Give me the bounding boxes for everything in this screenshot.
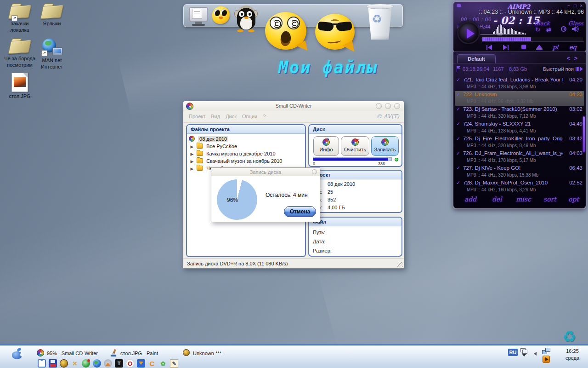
globe-launch-icon[interactable] xyxy=(93,359,101,368)
skin-name-black[interactable]: Black xyxy=(534,20,550,27)
add-button[interactable]: add xyxy=(464,196,476,203)
opera-launch-icon[interactable]: O xyxy=(126,359,134,368)
track-row[interactable]: ✓ 724. Shumskiy - SEXXXY 21 04:49 MP3 ::… xyxy=(455,121,584,135)
track-row-current[interactable]: ✓ 722. Unknown 04:23 MP3 :: 44 kHz, 96 k… xyxy=(455,91,584,106)
equalizer-toggle-button[interactable]: eq xyxy=(569,44,577,51)
player-tray-icon[interactable] xyxy=(543,356,550,363)
tab-scroll-arrows[interactable]: <> xyxy=(567,55,581,62)
check-icon[interactable]: ✓ xyxy=(456,136,460,142)
tree-folder[interactable]: ▶ Все РуСсКое xyxy=(189,143,303,150)
playlist-tab-default[interactable]: Default xyxy=(457,54,496,63)
pictures-launch-icon[interactable] xyxy=(104,359,112,368)
menu-project[interactable]: Проект xyxy=(189,114,205,119)
burner-launch-icon[interactable] xyxy=(82,359,90,368)
save-launch-icon[interactable] xyxy=(49,359,57,368)
tree-folder[interactable]: ▶ Качка музона в декабре 2010 xyxy=(189,150,303,157)
desktop-icon-mannet[interactable]: ↗ MAN net Интернет xyxy=(32,39,72,70)
play-button[interactable] xyxy=(457,21,480,44)
track-row[interactable]: ✓ 723. Dj Sartao - Track10(Summer 2010) … xyxy=(455,106,584,121)
aimp-launch-icon[interactable] xyxy=(60,359,68,368)
cancel-button[interactable]: Отмена xyxy=(284,206,316,217)
minimize-button[interactable] xyxy=(376,103,382,109)
recycle-bin-dock-icon[interactable]: ♻ xyxy=(365,4,395,40)
cdwriter-titlebar[interactable]: Small CD-Writer xyxy=(183,101,404,111)
misc-button[interactable]: misc xyxy=(516,196,531,203)
expand-arrow-icon[interactable]: ▶ xyxy=(189,165,195,172)
check-icon[interactable]: ✓ xyxy=(456,106,460,112)
aimp-minimize-button[interactable]: − xyxy=(567,3,570,8)
start-button[interactable] xyxy=(11,348,23,359)
expand-arrow-icon[interactable]: ▶ xyxy=(189,143,195,150)
icq-launch-icon[interactable]: ✿ xyxy=(159,359,167,368)
volume-knob[interactable] xyxy=(497,33,503,35)
erase-button[interactable]: ✕ Очистить xyxy=(341,136,369,156)
tree-folder[interactable]: ▶ Скачаный музон за ноябрь 2010 xyxy=(189,157,303,165)
check-icon[interactable]: ✓ xyxy=(456,77,460,83)
check-icon[interactable]: ✓ xyxy=(456,180,460,186)
tray-collapse-arrow-icon[interactable] xyxy=(532,352,537,356)
eject-button[interactable] xyxy=(536,45,543,50)
menu-disc[interactable]: Диск xyxy=(226,114,237,119)
track-row[interactable]: ✓ 725. Dj_Fire_ElectroKiller_Iron_party_… xyxy=(455,135,584,150)
aimp-close-button[interactable]: × xyxy=(580,3,582,8)
opt-button[interactable]: opt xyxy=(568,196,579,203)
speaker-icon[interactable] xyxy=(572,26,579,34)
prev-button[interactable] xyxy=(486,45,492,50)
clock[interactable]: 16:25 среда xyxy=(560,348,585,361)
taskbar-item-aimp[interactable]: Unknown *** - xyxy=(183,349,238,359)
clipboard-launch-icon[interactable] xyxy=(38,359,46,368)
taskbar-item-paint[interactable]: стол.JPG - Paint xyxy=(110,349,175,359)
tree-root[interactable]: 08 дек 2010 xyxy=(189,135,303,143)
stop-button[interactable] xyxy=(521,45,526,49)
del-button[interactable]: del xyxy=(492,196,502,203)
thebat-launch-icon[interactable]: T xyxy=(115,359,123,368)
playlist-scrollbar[interactable] xyxy=(583,116,585,152)
maximize-button[interactable] xyxy=(385,103,391,109)
check-icon[interactable]: ✓ xyxy=(456,165,460,171)
status-led xyxy=(395,158,398,161)
dizzy-smiley-icon[interactable] xyxy=(265,12,306,50)
penguin-headphones-icon[interactable] xyxy=(234,6,258,31)
expand-arrow-icon[interactable]: ▶ xyxy=(189,150,195,158)
repeat-icon[interactable]: ↻ xyxy=(535,26,540,33)
desktop-icon-yarlyki[interactable]: Ярлыки xyxy=(32,4,72,27)
cool-smiley-icon[interactable] xyxy=(315,14,355,50)
check-icon[interactable]: ✓ xyxy=(456,92,460,98)
language-indicator[interactable]: RU xyxy=(508,349,518,356)
expand-arrow-icon[interactable]: ▶ xyxy=(189,158,195,165)
quick-search-icon[interactable] xyxy=(576,67,583,71)
crescent-launch-icon[interactable]: C xyxy=(148,359,156,368)
downloader-launch-icon[interactable] xyxy=(137,359,145,368)
seek-bar[interactable] xyxy=(482,37,584,41)
dialog-close-button[interactable] xyxy=(312,169,317,174)
computer-icon[interactable] xyxy=(189,7,209,26)
playlist-toggle-button[interactable]: pl xyxy=(553,44,558,51)
track-row[interactable]: ✓ 728. Dj_Maxxx_NoProf_Osen_2010 02:52 M… xyxy=(455,179,584,194)
track-row[interactable]: ✓ 727. Dj KIVe - Keep GO! 06:43 MP3 :: 4… xyxy=(455,165,584,179)
next-button[interactable] xyxy=(503,45,509,50)
taskbar-item-cdwriter[interactable]: 95% - Small CD-Writer xyxy=(37,349,108,359)
menu-view[interactable]: Вид xyxy=(211,114,220,119)
keys-launch-icon[interactable]: ✕ xyxy=(71,359,79,368)
check-icon[interactable]: ✓ xyxy=(456,121,460,127)
track-row[interactable]: ✓ 726. DJ_Fram_Electronic_All_I_want_is_… xyxy=(455,150,584,165)
timer-icon[interactable] xyxy=(561,26,566,33)
shuffle-icon[interactable]: ⇄ xyxy=(546,26,551,33)
check-icon[interactable]: ✓ xyxy=(456,150,460,156)
resize-grip[interactable] xyxy=(397,262,403,267)
burn-dialog-titlebar[interactable]: Запись диска xyxy=(211,168,320,176)
recycle-bin-desktop-icon[interactable]: ♻ xyxy=(562,328,576,346)
close-button[interactable] xyxy=(394,103,400,109)
desktop-icon-stoljpg[interactable]: стол.JPG xyxy=(0,73,40,99)
burn-button[interactable]: ✎ Записать xyxy=(371,136,399,156)
info-button[interactable]: ? Инфо xyxy=(313,136,339,156)
quick-search-label[interactable]: Быстрый пои xyxy=(543,66,574,72)
editor-launch-icon[interactable]: ✎ xyxy=(170,359,178,368)
layout-switch-icon[interactable] xyxy=(520,348,528,354)
menu-options[interactable]: Опции xyxy=(242,114,257,119)
network-tray-icon[interactable] xyxy=(542,348,551,355)
aimp-maximize-button[interactable]: □ xyxy=(574,3,577,8)
track-row[interactable]: ✓ 721. Taio Cruz feat. Ludacris - Break … xyxy=(455,76,584,91)
sort-button[interactable]: sort xyxy=(543,196,556,203)
menu-help[interactable]: ? xyxy=(263,114,266,119)
